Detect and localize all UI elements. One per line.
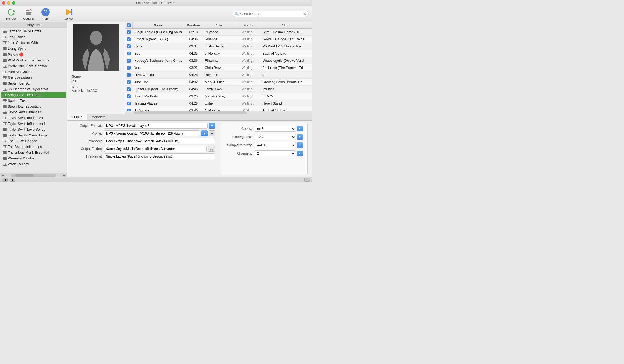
sidebar-item-steely-dan[interactable]: Steely Dan Essentials <box>1 104 66 109</box>
sidebar-item-john-coltrane[interactable]: John Coltrane: With <box>1 40 66 46</box>
minimize-button[interactable] <box>7 1 10 5</box>
channels-dropdown-btn[interactable]: ▼ <box>297 151 303 156</box>
bitrate-dropdown-btn[interactable]: ▼ <box>297 134 303 140</box>
convert-label: Convert <box>64 17 75 20</box>
codec-dropdown-btn[interactable]: ▼ <box>297 126 303 131</box>
sidebar-item-weekend-worthy[interactable]: Weekend Worthy <box>1 156 66 161</box>
sidebar-item-a-list-reggae[interactable]: The A-List: Reggae <box>1 138 66 144</box>
sidebar-item-taylor-swift-love[interactable]: Taylor Swift: Love Songs <box>1 127 66 132</box>
checkbox-icon[interactable] <box>127 44 131 48</box>
table-row[interactable]: Nobody's Business (feat. Chris Brown) 03… <box>125 57 312 64</box>
help-button[interactable]: ? Help <box>38 7 54 21</box>
table-row[interactable]: Love On Top 04:28 Beyoncé Waiting... 4 <box>125 71 312 79</box>
track-checkbox[interactable] <box>125 59 133 63</box>
sidebar-item-taylor-swift-influences-1[interactable]: Taylor Swift: Influences 1 <box>1 121 66 127</box>
track-checkbox[interactable] <box>125 94 133 98</box>
sidebar-item-taylor-swifts-new-songs[interactable]: Taylor Swift's "New Songs <box>1 133 66 138</box>
track-checkbox[interactable] <box>125 52 133 55</box>
options-icon <box>24 8 33 16</box>
svg-rect-32 <box>3 65 7 65</box>
refresh-button[interactable]: Refresh <box>3 7 20 21</box>
sidebar-item-pretty-little-liars[interactable]: Pretty Little Liars, Season <box>1 63 66 69</box>
profile-dropdown-btn[interactable]: ▼ <box>201 130 208 136</box>
table-row[interactable]: Baby 03:34 Justin Bieber Waiting... My W… <box>125 43 312 50</box>
checkbox-icon[interactable] <box>127 94 131 98</box>
track-checkbox[interactable] <box>125 109 133 111</box>
sidebar-item-taylor-swift-essentials[interactable]: Taylor Swift Essentials <box>1 110 66 115</box>
checkbox-icon[interactable] <box>127 73 131 77</box>
table-row[interactable]: Digital Girl (feat. The-Dream) 04:45 Jam… <box>125 86 312 93</box>
checkbox-icon[interactable] <box>127 37 131 41</box>
track-checkbox[interactable] <box>125 73 133 77</box>
checkbox-icon[interactable] <box>127 52 131 55</box>
statusbar-end-btn[interactable] <box>304 178 310 182</box>
browse-button[interactable]: ... <box>208 146 215 152</box>
sidebar-item-pop-workout[interactable]: POP Workout - Motivationa <box>1 58 66 63</box>
sidebar-item-shires-influences[interactable]: The Shires: Influences <box>1 144 66 150</box>
track-checkbox[interactable] <box>125 44 133 48</box>
track-checkbox[interactable] <box>125 66 133 70</box>
sidebar-item-sax-acordeon[interactable]: Sax y Acordeón <box>1 75 66 80</box>
options-label: Options <box>23 17 34 20</box>
advanced-input[interactable] <box>104 138 215 144</box>
table-row[interactable]: Trading Places 04:28 Usher Waiting... He… <box>125 100 312 107</box>
checkbox-icon[interactable] <box>127 59 131 63</box>
maximize-button[interactable] <box>12 1 15 5</box>
sidebar-item-songbook-the-dream[interactable]: Songbook: The-Dream <box>1 92 66 98</box>
profile-select[interactable]: MP3 - Normal Quality( 44100 Hz, stereo ,… <box>104 130 200 136</box>
search-input[interactable] <box>240 12 302 16</box>
tab-metadata[interactable]: Metadata <box>87 114 110 120</box>
statusbar-pause-btn[interactable]: ⏸ <box>10 178 15 182</box>
table-row[interactable]: Touch My Body 03:25 Mariah Carey Waiting… <box>125 93 312 100</box>
sidebar-item-pistear[interactable]: Pistear 🔴 <box>1 52 66 57</box>
sidebar-header: Playlists <box>0 22 67 28</box>
sidebar-item-thelonious-monk[interactable]: Thelonious Monk Essential <box>1 150 66 155</box>
sidebar-item-jazz-david-bowie[interactable]: Jazz and David Bowie <box>1 29 66 34</box>
codec-select[interactable]: mp3 <box>254 126 296 132</box>
samplerate-select[interactable]: 44100 <box>254 142 296 148</box>
table-row[interactable]: Suffocate 03:40 J. Holiday Waiting... Ba… <box>125 107 312 111</box>
statusbar-left-btn[interactable]: ◀ <box>2 178 8 182</box>
track-checkbox[interactable] <box>125 37 133 41</box>
sidebar-item-taylor-swift-influences[interactable]: Taylor Swift: Influences <box>1 115 66 121</box>
checkbox-icon[interactable] <box>127 102 131 105</box>
table-row[interactable]: Bed 04:35 J. Holiday Waiting... Back of … <box>125 50 312 57</box>
track-checkbox[interactable] <box>125 87 133 91</box>
tracks-scrollbar[interactable] <box>125 111 312 114</box>
checkbox-icon[interactable] <box>127 66 131 70</box>
convert-button[interactable]: Convert <box>61 7 77 21</box>
bitrate-select[interactable]: 128 <box>254 134 296 140</box>
filename-input[interactable] <box>104 153 215 159</box>
sidebar-item-world-record[interactable]: World Record <box>1 161 66 167</box>
options-button[interactable]: Options <box>21 7 37 21</box>
scroll-right-button[interactable]: ▶ <box>62 174 66 177</box>
checkbox-icon[interactable] <box>127 80 131 84</box>
checkbox-icon[interactable] <box>127 109 131 111</box>
samplerate-dropdown-btn[interactable]: ▼ <box>297 142 303 148</box>
sidebar-item-september-26[interactable]: September 26: <box>1 81 66 86</box>
track-checkbox[interactable] <box>125 102 133 105</box>
checkbox-icon[interactable] <box>127 87 131 91</box>
sidebar-item-spoken-text[interactable]: Spoken Text <box>1 98 66 103</box>
profile-minus-btn[interactable]: − <box>209 130 215 136</box>
scroll-left-button[interactable]: ◀ <box>1 174 5 177</box>
channels-select[interactable]: 2 <box>254 150 296 156</box>
table-row[interactable]: Just Fine 04:02 Mary J. Blige Waiting...… <box>125 79 312 86</box>
folder-input[interactable] <box>104 146 207 152</box>
table-row[interactable]: Single Ladies (Put a Ring on It) 03:13 B… <box>125 29 312 36</box>
sidebar-item-six-degrees[interactable]: Six Degrees of Taylor Swif <box>1 86 66 92</box>
close-button[interactable] <box>2 1 5 5</box>
tab-output[interactable]: Output: <box>67 114 87 120</box>
checkbox-icon[interactable] <box>127 30 131 34</box>
sidebar-item-pure-motivation[interactable]: Pure Motivation <box>1 69 66 75</box>
table-row[interactable]: Umbrella (feat. JAY Z) 04:36 Rihanna Wai… <box>125 36 312 43</box>
search-clear-icon[interactable]: ✕ <box>303 12 306 16</box>
sidebar-item-joe-hisaishi[interactable]: Joe Hisaishi <box>1 34 66 40</box>
track-checkbox[interactable] <box>125 30 133 34</box>
sidebar-item-living-spirit[interactable]: Living Spirit <box>1 46 66 51</box>
format-select[interactable]: MP3 - MPEG-1 Audio Layer 3 <box>104 123 208 129</box>
format-dropdown-btn[interactable]: ▼ <box>209 123 215 129</box>
table-row[interactable]: You 03:22 Chris Brown Waiting... Exclusi… <box>125 64 312 71</box>
track-checkbox[interactable] <box>125 80 133 84</box>
select-all-checkbox[interactable] <box>127 23 131 27</box>
